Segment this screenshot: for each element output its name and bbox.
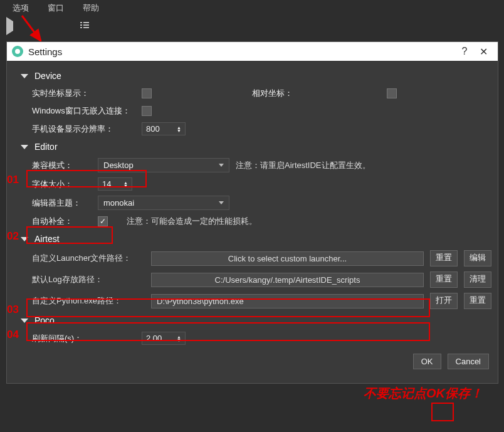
spin-phone-resolution[interactable]: 800 ▲▼: [142, 122, 186, 135]
btn-launcher-reset[interactable]: 重置: [430, 250, 458, 266]
label-compat-mode: 兼容模式：: [32, 160, 92, 171]
label-autocomplete: 自动补全：: [32, 216, 92, 227]
menu-options[interactable]: 选项: [13, 3, 29, 14]
label-launcher-path: 自定义Launcher文件路径：: [32, 253, 145, 264]
label-font-size: 字体大小：: [32, 179, 92, 190]
label-refresh-interval: 刷新间隔(s)：: [32, 333, 135, 344]
btn-log-reset[interactable]: 重置: [430, 271, 458, 288]
spin-font-size[interactable]: 14 ▲▼: [98, 177, 132, 191]
label-phone-resolution: 手机设备显示分辨率：: [32, 124, 135, 135]
label-python-path: 自定义Python.exe路径：: [32, 295, 145, 307]
checkbox-windows-no-embed[interactable]: [142, 106, 152, 116]
btn-python-reset[interactable]: 重置: [464, 293, 491, 309]
combo-compat-mode[interactable]: Desktop: [98, 158, 229, 172]
annotation-note: 不要忘记点OK保存！: [364, 385, 483, 402]
chevron-down-icon: [21, 74, 28, 78]
label-log-path: 默认Log存放路径：: [32, 274, 145, 285]
list-icon[interactable]: [80, 21, 89, 30]
field-launcher-path[interactable]: Click to select custom launcher...: [151, 251, 424, 266]
checkbox-relative-coord[interactable]: [387, 88, 397, 98]
field-log-path[interactable]: C:/Users/kangy/.temp/AirtestIDE_scripts: [151, 273, 424, 287]
section-device[interactable]: Device: [7, 67, 498, 85]
dialog-buttons: OK Cancel: [7, 347, 498, 376]
checkbox-autocomplete[interactable]: [98, 216, 108, 226]
label-relative-coord: 相对坐标：: [252, 88, 312, 99]
settings-icon: [12, 46, 23, 57]
chevron-down-icon: [21, 145, 28, 149]
field-python-path[interactable]: D:\Python38\python.exe: [151, 294, 424, 308]
stop-icon[interactable]: [43, 21, 52, 30]
btn-launcher-edit[interactable]: 编辑: [464, 250, 491, 266]
menubar: 选项 窗口 帮助: [0, 0, 504, 16]
chevron-down-icon: [21, 237, 28, 241]
label-windows-no-embed: Windows窗口无嵌入连接：: [32, 105, 135, 117]
settings-dialog: Settings ? ✕ Device 实时坐标显示： 相对坐标： Window…: [6, 41, 498, 384]
menu-window[interactable]: 窗口: [48, 3, 64, 14]
btn-log-clean[interactable]: 清理: [464, 271, 491, 288]
note-compat: 注意：请重启AirtestIDE让配置生效。: [236, 160, 370, 171]
chevron-down-icon: [21, 319, 28, 323]
note-autocomplete: 注意：可能会造成一定的性能损耗。: [127, 216, 257, 227]
btn-python-open[interactable]: 打开: [430, 293, 458, 309]
dialog-title: Settings: [28, 46, 62, 57]
svg-rect-2: [80, 24, 82, 26]
svg-rect-4: [80, 27, 82, 28]
label-theme: 编辑器主题：: [32, 198, 92, 209]
svg-rect-1: [83, 22, 89, 23]
svg-rect-5: [83, 27, 89, 28]
label-realtime-coord: 实时坐标显示：: [32, 88, 135, 99]
section-editor[interactable]: Editor: [7, 138, 498, 155]
menu-help[interactable]: 帮助: [83, 3, 99, 14]
cancel-button[interactable]: Cancel: [448, 354, 489, 369]
ok-button[interactable]: OK: [413, 354, 441, 369]
section-airtest[interactable]: Airtest: [7, 230, 498, 248]
spin-refresh-interval[interactable]: 2.00 ▲▼: [142, 332, 186, 345]
close-button[interactable]: ✕: [474, 46, 493, 58]
help-button[interactable]: ?: [455, 46, 474, 57]
svg-rect-3: [83, 24, 89, 26]
checkbox-realtime-coord[interactable]: [142, 88, 152, 98]
section-poco[interactable]: Poco: [7, 312, 498, 329]
combo-theme[interactable]: monokai: [98, 196, 229, 210]
redbox-ok: [431, 403, 454, 421]
svg-rect-0: [80, 22, 82, 23]
toolbar: [0, 16, 504, 35]
play-icon[interactable]: [6, 21, 15, 30]
titlebar: Settings ? ✕: [7, 42, 498, 61]
